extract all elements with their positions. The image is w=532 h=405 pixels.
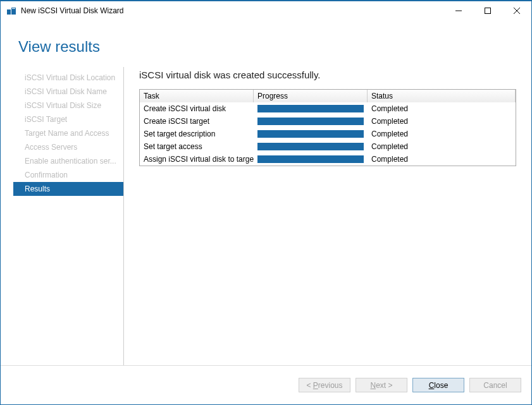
svg-rect-4 [485, 8, 491, 14]
progress-bar [257, 130, 364, 138]
sidebar-item-8[interactable]: Results [13, 182, 123, 196]
sidebar-item-2: iSCSI Virtual Disk Size [13, 99, 123, 112]
results-table: Task Progress Status Create iSCSI virtua… [139, 89, 516, 166]
table-row[interactable]: Create iSCSI virtual diskCompleted [140, 102, 516, 115]
svg-rect-2 [12, 8, 15, 9]
sidebar-item-0: iSCSI Virtual Disk Location [13, 71, 123, 85]
table-row[interactable]: Assign iSCSI virtual disk to targetCompl… [140, 153, 516, 166]
cell-task: Create iSCSI target [140, 116, 254, 126]
window-title: New iSCSI Virtual Disk Wizard [21, 6, 123, 15]
sidebar-item-7: Confirmation [13, 168, 123, 182]
close-button[interactable]: Close [412, 378, 464, 392]
next-button: Next > [356, 378, 407, 392]
table-row[interactable]: Create iSCSI targetCompleted [140, 115, 516, 128]
sidebar-item-4: Target Name and Access [13, 126, 123, 140]
cell-status: Completed [368, 116, 516, 126]
minimize-button[interactable] [444, 1, 473, 20]
table-row[interactable]: Set target descriptionCompleted [140, 128, 516, 140]
cell-progress [254, 142, 368, 151]
progress-bar [257, 118, 364, 125]
cell-task: Create iSCSI virtual disk [140, 104, 254, 114]
cell-progress [254, 130, 368, 138]
titlebar: New iSCSI Virtual Disk Wizard [1, 1, 531, 20]
progress-bar [257, 143, 364, 150]
window-controls [444, 1, 531, 20]
sidebar-item-6: Enable authentication ser... [13, 154, 123, 168]
table-body: Create iSCSI virtual diskCompletedCreate… [140, 102, 516, 166]
previous-button: < Previous [299, 378, 350, 392]
sidebar-item-1: iSCSI Virtual Disk Name [13, 85, 123, 99]
cell-progress [254, 155, 368, 164]
cell-task: Set target description [140, 129, 254, 139]
sidebar-item-5: Access Servers [13, 140, 123, 154]
cell-status: Completed [368, 129, 516, 139]
table-header: Task Progress Status [140, 90, 516, 102]
cell-status: Completed [368, 154, 516, 164]
app-icon [6, 5, 17, 16]
header: View results [1, 20, 531, 67]
table-row[interactable]: Set target accessCompleted [140, 140, 516, 153]
page-title: View results [18, 38, 531, 56]
sidebar-item-3: iSCSI Target [13, 112, 123, 126]
cell-progress [254, 104, 368, 113]
close-window-button[interactable] [502, 1, 531, 20]
col-status[interactable]: Status [368, 90, 516, 102]
cell-progress [254, 117, 368, 126]
svg-rect-0 [7, 9, 11, 15]
results-panel: iSCSI virtual disk was created successfu… [124, 67, 531, 365]
cell-status: Completed [368, 104, 516, 114]
progress-bar [257, 105, 364, 112]
col-progress[interactable]: Progress [254, 90, 368, 102]
wizard-footer: < Previous Next > Close Cancel [1, 365, 531, 404]
content: iSCSI Virtual Disk LocationiSCSI Virtual… [1, 67, 531, 365]
cell-status: Completed [368, 142, 516, 152]
progress-bar [257, 155, 364, 163]
results-subtitle: iSCSI virtual disk was created successfu… [139, 67, 516, 89]
col-task[interactable]: Task [140, 90, 254, 102]
cell-task: Assign iSCSI virtual disk to target [140, 154, 254, 164]
cancel-button: Cancel [469, 378, 521, 392]
wizard-sidebar: iSCSI Virtual Disk LocationiSCSI Virtual… [13, 67, 124, 365]
main: View results iSCSI Virtual Disk Location… [1, 20, 531, 404]
maximize-button[interactable] [473, 1, 502, 20]
cell-task: Set target access [140, 142, 254, 152]
